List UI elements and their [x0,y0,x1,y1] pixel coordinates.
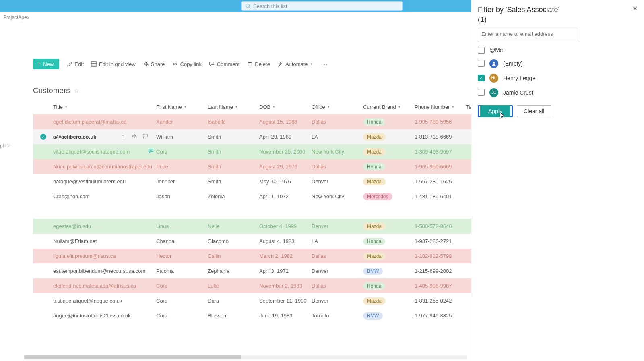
brand-pill: Mazda [363,148,386,156]
checkbox[interactable] [478,47,485,54]
cell-dob: April 3, 1972 [259,268,312,274]
cell-brand: Mazda [363,148,415,156]
edit-button[interactable]: Edit [66,61,83,67]
filter-panel: Filter by 'Sales Associate'(1) ✕ @Me (Em… [471,0,644,361]
column-last-name[interactable]: Last Name▾ [208,104,259,110]
row-comment-icon[interactable] [142,133,148,140]
cell-brand: Mazda [363,133,415,141]
cell-brand: Mazda [363,178,415,185]
filter-option-jamie-crust[interactable]: JC Jamie Crust [478,88,638,97]
new-button[interactable]: + New [33,59,59,69]
scrollbar-thumb[interactable] [24,355,242,359]
cell-phone: 1-215-699-2002 [415,268,466,274]
edit-grid-button[interactable]: Edit in grid view [91,61,136,67]
apply-button-highlight: Apply [478,105,513,117]
cell-brand: Honda [363,282,415,290]
cell-first-name: Xander [156,119,208,125]
row-more-icon[interactable]: ⋮ [120,134,126,140]
delete-button[interactable]: Delete [247,61,270,67]
title-text: Nunc.pulvinar.arcu@conubianostraper.edu [53,164,152,170]
cell-title[interactable]: Cras@non.com [53,193,156,199]
close-icon[interactable]: ✕ [632,5,638,12]
search-icon [245,3,251,9]
cell-phone: 1-309-493-9697 [415,149,466,155]
column-dob[interactable]: DOB▾ [259,104,312,110]
cell-brand: Mercedes [363,193,415,200]
table-row[interactable]: natoque@vestibulumlorem.eduJenniferSmith… [33,174,471,189]
delete-label: Delete [255,61,270,67]
share-icon [143,61,149,67]
cell-first-name: Price [156,164,208,170]
checkbox[interactable] [478,60,485,67]
cell-first-name: Hector [156,253,208,259]
title-text: eleifend.nec.malesuada@atrisus.ca [53,283,136,289]
row-select-gutter[interactable]: ✓ [33,134,53,140]
table-row[interactable]: ligula.elit.pretium@risus.caHectorCailin… [33,249,471,263]
column-phone[interactable]: Phone Number▾ [415,104,466,110]
title-text: tristique.aliquet@neque.co.uk [53,298,122,304]
table-row[interactable]: ✓a@aclibero.co.uk⋮WilliamSmithApril 28, … [33,129,471,144]
cell-title[interactable]: eleifend.nec.malesuada@atrisus.ca [53,283,156,289]
checkbox[interactable]: ✓ [478,75,485,81]
cell-title[interactable]: natoque@vestibulumlorem.edu [53,178,156,185]
more-commands-button[interactable]: ··· [320,61,330,67]
comment-button[interactable]: Comment [209,61,239,67]
cell-title[interactable]: egestas@in.edu [53,223,156,229]
cell-title[interactable]: Nunc.pulvinar.arcu@conubianostraper.edu [53,164,156,170]
table-row[interactable]: Nullam@Etiam.netChandaGiacomoAugust 4, 1… [33,234,471,249]
filter-option-empty[interactable]: (Empty) [478,59,638,68]
search-box[interactable]: Search this list [242,1,402,11]
table-row[interactable]: tristique.aliquet@neque.co.ukCoraDaraSep… [33,293,471,308]
table-row[interactable]: augue@luctuslobortisClass.co.ukCoraBloss… [33,308,471,323]
cell-title[interactable]: a@aclibero.co.uk⋮ [53,133,156,140]
cell-dob: May 30, 1976 [259,178,312,185]
copy-link-button[interactable]: Copy link [172,61,202,67]
checkbox[interactable] [478,89,485,96]
cell-title[interactable]: ligula.elit.pretium@risus.ca [53,253,156,259]
automate-button[interactable]: Automate ▾ [277,61,313,67]
cursor-icon [500,112,506,119]
svg-point-0 [246,4,250,8]
table-row[interactable]: eget.dictum.placerat@mattis.caXanderIsab… [33,114,471,129]
column-current-brand[interactable]: Current Brand▾ [363,104,415,110]
cell-title[interactable]: tristique.aliquet@neque.co.uk [53,298,156,304]
table-row[interactable]: vitae.aliquet@sociisnatoque.comCoraSmith… [33,144,471,159]
filter-panel-title: Filter by 'Sales Associate'(1) [478,5,559,25]
table-row[interactable]: Cras@non.comJasonZeleniaApril 1, 1972New… [33,189,471,204]
filter-person-input[interactable] [478,29,578,39]
avatar: HL [489,74,498,83]
table-row[interactable]: eleifend.nec.malesuada@atrisus.caCoraLuk… [33,278,471,293]
chevron-down-icon: ▾ [273,105,275,109]
row-share-icon[interactable] [131,133,137,140]
cell-phone: 1-102-812-5798 [415,253,466,259]
svg-point-8 [493,62,495,64]
cell-title[interactable]: augue@luctuslobortisClass.co.uk [53,313,156,319]
cell-office: Denver [312,298,363,304]
column-first-name[interactable]: First Name▾ [156,104,208,110]
cell-first-name: Jennifer [156,178,208,185]
column-office[interactable]: Office▾ [312,104,363,110]
column-title[interactable]: Title▾ [53,104,156,110]
cell-phone: 1-987-286-2721 [415,238,466,244]
avatar: JC [489,88,498,97]
cell-last-name: Luke [208,283,259,289]
cell-title[interactable]: est.tempor.bibendum@neccursusa.com [53,268,156,274]
chevron-down-icon: ▾ [184,105,186,109]
cell-title[interactable]: Nullam@Etiam.net [53,238,156,244]
table-row[interactable]: est.tempor.bibendum@neccursusa.comPaloma… [33,263,471,278]
table-row[interactable]: egestas@in.eduLinusNelleOctober 4, 1999D… [33,219,471,234]
clear-all-button[interactable]: Clear all [517,105,551,117]
favorite-star-icon[interactable]: ☆ [74,87,79,94]
share-button[interactable]: Share [143,61,165,67]
table-row[interactable]: Nunc.pulvinar.arcu@conubianostraper.eduP… [33,159,471,174]
title-text: a@aclibero.co.uk [53,134,96,140]
filter-option-me[interactable]: @Me [478,47,638,54]
cell-title[interactable]: eget.dictum.placerat@mattis.ca [53,119,156,125]
row-has-comment-icon[interactable] [148,148,154,155]
cell-title[interactable]: vitae.aliquet@sociisnatoque.com [53,148,156,155]
cell-dob: August 29, 1976 [259,164,312,170]
filter-option-label: Jamie Crust [503,89,533,96]
filter-option-henry-legge[interactable]: ✓ HL Henry Legge [478,74,638,83]
cell-dob: April 1, 1972 [259,193,312,199]
horizontal-scrollbar[interactable] [24,355,467,359]
